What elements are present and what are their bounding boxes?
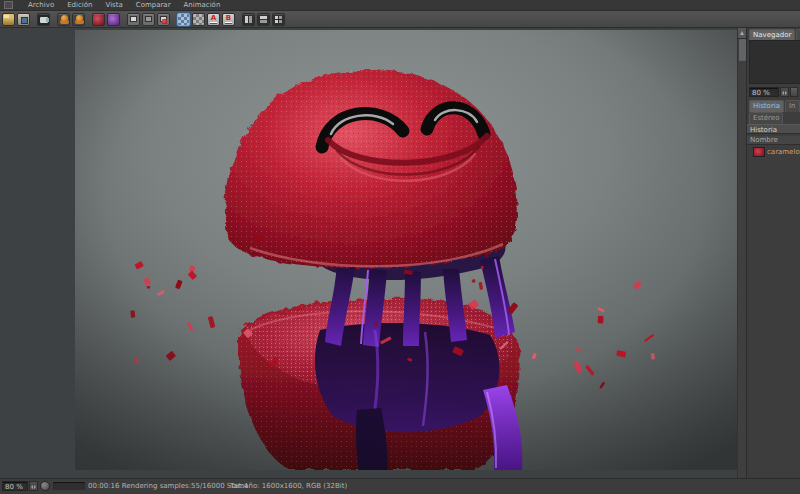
image-frame-icon-2[interactable] (142, 13, 155, 26)
panel-zoom-fit-button[interactable] (790, 87, 798, 97)
menu-animacion[interactable]: Animación (184, 0, 221, 11)
navigator-preview[interactable] (749, 40, 800, 84)
scrollbar-handle[interactable] (739, 39, 746, 61)
menu-archivo[interactable]: Archivo (28, 0, 54, 11)
image-frame-alert-icon[interactable] (157, 13, 170, 26)
toolbar: A B (0, 11, 800, 28)
compare-a-label: A (211, 14, 216, 23)
open-file-icon[interactable] (2, 13, 15, 26)
tab-navegador[interactable]: Navegador (749, 29, 795, 40)
tab-informacion[interactable]: In (785, 100, 800, 112)
tab-historia[interactable]: Historia (749, 100, 784, 112)
image-frame-icon-1[interactable] (127, 13, 140, 26)
name-column-header[interactable]: Nombre (747, 136, 800, 145)
status-bar: 80 % 00:00:16 Rendering samples:55/16000… (0, 478, 800, 494)
menu-vista[interactable]: Vista (106, 0, 123, 11)
picture-viewer-window: Archivo Edición Vista Comparar Animación (0, 0, 800, 494)
history-item-thumbnail (753, 147, 765, 157)
history-item[interactable]: caramelo (747, 146, 800, 158)
checker-compare-active-icon[interactable] (177, 13, 190, 26)
statusbar-zoom-stepper[interactable] (29, 481, 38, 491)
render-progress-bar (53, 482, 85, 490)
render-progress-text: 00:00:16 Rendering samples:55/16000 Stat… (88, 482, 248, 490)
tab-histograma[interactable]: Hi (796, 29, 800, 40)
compare-b-label: B (226, 14, 231, 23)
image-size-text: Tamaño: 1600x1600, RGB (32Bit) (230, 482, 347, 490)
material-red-icon[interactable] (92, 13, 105, 26)
movie-icon[interactable] (37, 13, 50, 26)
layout-ab-grid-icon[interactable] (272, 13, 285, 26)
main-area: Navegador Hi 80 % Historia In Estéreo Hi… (0, 28, 800, 478)
tab-estereo[interactable]: Estéreo (749, 112, 783, 124)
render-vignette (75, 30, 737, 470)
layout-ab-horizontal-icon[interactable] (242, 13, 255, 26)
image-viewport[interactable] (0, 28, 737, 478)
render-stop-icon[interactable] (40, 481, 50, 491)
render-user-icon-b[interactable] (72, 13, 85, 26)
history-section-header: Historia (747, 124, 800, 134)
menu-comparar[interactable]: Comparar (136, 0, 171, 11)
render-user-icon-a[interactable] (57, 13, 70, 26)
vertical-scrollbar[interactable] (737, 28, 746, 478)
right-panel: Navegador Hi 80 % Historia In Estéreo Hi… (746, 28, 800, 478)
menu-edicion[interactable]: Edición (67, 0, 92, 11)
statusbar-zoom-field[interactable]: 80 % (2, 481, 28, 491)
panel-zoom-field[interactable]: 80 % (749, 87, 779, 97)
save-image-icon[interactable] (17, 13, 30, 26)
panel-zoom-stepper[interactable] (780, 87, 789, 97)
compare-a-icon[interactable]: A (207, 13, 220, 26)
compare-b-icon[interactable]: B (222, 13, 235, 26)
layout-ab-vertical-icon[interactable] (257, 13, 270, 26)
material-purple-icon[interactable] (107, 13, 120, 26)
rendered-image[interactable] (75, 30, 737, 470)
history-item-name: caramelo (767, 148, 800, 156)
window-icon (4, 1, 13, 9)
menu-bar: Archivo Edición Vista Comparar Animación (0, 0, 800, 11)
checker-compare-icon[interactable] (192, 13, 205, 26)
